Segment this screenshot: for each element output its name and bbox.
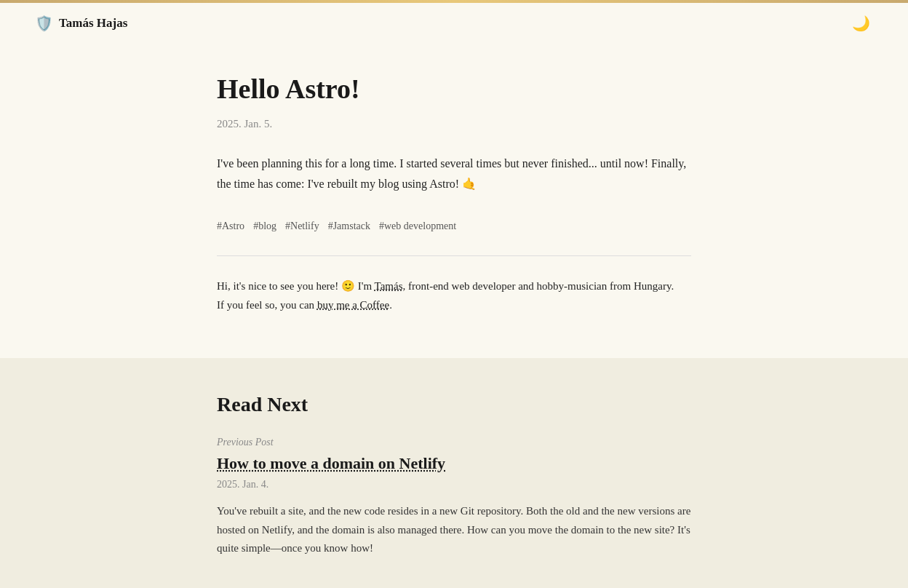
shield-icon: 🛡️ [35, 15, 53, 32]
author-intro-text: Hi, it's nice to see you here! 🙂 I'm [217, 280, 375, 292]
tag-blog[interactable]: #blog [253, 220, 276, 232]
author-intro-line1: Hi, it's nice to see you here! 🙂 I'm Tam… [217, 277, 691, 295]
author-section: Hi, it's nice to see you here! 🙂 I'm Tam… [217, 277, 691, 315]
previous-post-label: Previous Post [217, 437, 691, 448]
post-body-text: I've been planning this for a long time.… [217, 157, 686, 190]
main-content: Hello Astro! 2025. Jan. 5. I've been pla… [0, 44, 908, 358]
author-line2-text: If you feel so, you can [217, 299, 317, 311]
tag-web-development[interactable]: #web development [379, 220, 456, 232]
dark-mode-toggle[interactable]: 🌙 [849, 12, 873, 35]
post-date: 2025. Jan. 5. [217, 118, 691, 130]
tag-jamstack[interactable]: #Jamstack [328, 220, 370, 232]
prev-post-title-link[interactable]: How to move a domain on Netlify [217, 454, 691, 473]
author-name-link[interactable]: Tamás [375, 280, 403, 292]
read-next-section: Read Next Previous Post How to move a do… [0, 358, 908, 588]
buy-coffee-link[interactable]: buy me a Coffee [317, 299, 389, 311]
author-rest: , front-end web developer and hobby-musi… [403, 280, 674, 292]
post-body: I've been planning this for a long time.… [217, 154, 691, 194]
site-logo-link[interactable]: 🛡️ Tamás Hajas [35, 15, 127, 32]
tag-netlify[interactable]: #Netlify [285, 220, 319, 232]
prev-post-excerpt: You've rebuilt a site, and the new code … [217, 502, 691, 558]
tag-astro[interactable]: #Astro [217, 220, 244, 232]
prev-post-date: 2025. Jan. 4. [217, 479, 691, 490]
post-title: Hello Astro! [217, 73, 691, 106]
author-intro-line2: If you feel so, you can buy me a Coffee. [217, 295, 691, 314]
site-title-text: Tamás Hajas [59, 16, 127, 31]
post-tags: #Astro #blog #Netlify #Jamstack #web dev… [217, 220, 691, 232]
section-divider [217, 255, 691, 256]
author-end: . [389, 299, 392, 311]
read-next-title: Read Next [217, 393, 691, 416]
site-header: 🛡️ Tamás Hajas 🌙 [0, 3, 908, 44]
